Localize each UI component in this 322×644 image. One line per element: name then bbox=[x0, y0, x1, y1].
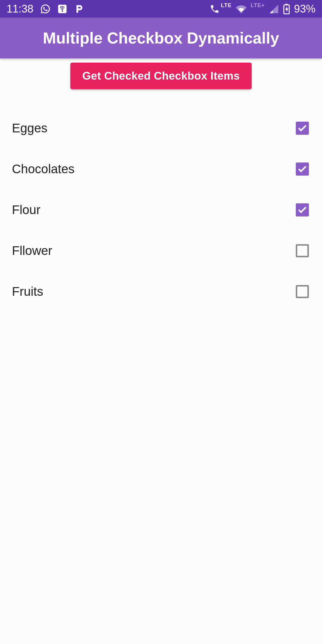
item-label: Fruits bbox=[12, 284, 43, 299]
volte-icon bbox=[210, 4, 220, 14]
item-label: Flour bbox=[12, 203, 41, 217]
battery-charging-icon bbox=[283, 4, 290, 14]
checkbox[interactable] bbox=[296, 285, 309, 298]
item-label: Egges bbox=[12, 121, 47, 135]
lte-label-2: LTE+ bbox=[251, 2, 265, 9]
lte-label-1: LTE bbox=[221, 2, 232, 9]
wifi-icon bbox=[236, 4, 247, 14]
whatsapp-icon bbox=[40, 4, 51, 14]
pandora-icon bbox=[74, 4, 84, 14]
svg-rect-2 bbox=[285, 4, 288, 5]
list-item[interactable]: Egges bbox=[12, 108, 310, 148]
status-bar: 11:38 LTE LTE+ 93% bbox=[0, 0, 322, 18]
list-item[interactable]: Fruits bbox=[12, 271, 310, 312]
checkbox[interactable] bbox=[296, 162, 309, 176]
status-bar-left: 11:38 bbox=[7, 3, 84, 15]
battery-percent: 93% bbox=[294, 3, 315, 15]
usb-icon bbox=[57, 4, 67, 14]
checkbox[interactable] bbox=[296, 122, 309, 135]
checkbox[interactable] bbox=[296, 244, 309, 257]
list-item[interactable]: Fllower bbox=[12, 230, 310, 271]
get-checked-items-button[interactable]: Get Checked Checkbox Items bbox=[70, 63, 252, 89]
content: Get Checked Checkbox Items Egges Chocola… bbox=[0, 63, 322, 312]
status-bar-right: LTE LTE+ 93% bbox=[210, 3, 315, 15]
app-bar: Multiple Checkbox Dynamically bbox=[0, 18, 322, 58]
list-item[interactable]: Flour bbox=[12, 189, 310, 230]
status-time: 11:38 bbox=[7, 3, 33, 15]
item-label: Fllower bbox=[12, 244, 52, 258]
checkbox-list: Egges Chocolates Flour bbox=[12, 108, 310, 312]
list-item[interactable]: Chocolates bbox=[12, 148, 310, 189]
checkbox[interactable] bbox=[296, 203, 309, 216]
item-label: Chocolates bbox=[12, 162, 75, 176]
signal-icon bbox=[269, 4, 279, 14]
app-bar-title: Multiple Checkbox Dynamically bbox=[43, 29, 279, 47]
